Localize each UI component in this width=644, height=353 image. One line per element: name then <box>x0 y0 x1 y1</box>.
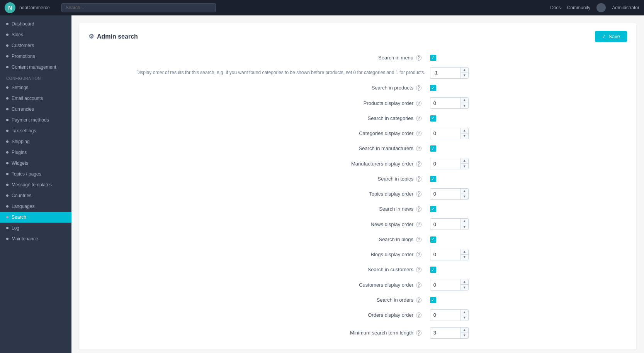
user-avatar[interactable] <box>596 3 606 12</box>
sidebar-item-promotions[interactable]: Promotions <box>0 51 71 62</box>
customers-display-order-help-icon[interactable]: ? <box>416 282 421 288</box>
global-search[interactable] <box>61 3 216 12</box>
field-row-menu-display-order: Display order of results for this search… <box>88 64 627 82</box>
search-in-categories-checkbox[interactable]: ✓ <box>430 115 436 122</box>
search-in-blogs-checkbox[interactable]: ✓ <box>430 236 436 243</box>
blogs-display-order-up[interactable]: ▲ <box>461 249 468 255</box>
sidebar-label-email: Email accounts <box>12 96 43 101</box>
global-search-input[interactable] <box>61 3 216 12</box>
search-in-customers-help-icon[interactable]: ? <box>416 267 421 272</box>
orders-display-order-down[interactable]: ▼ <box>461 315 468 321</box>
topics-display-order-input[interactable] <box>430 189 460 199</box>
menu-display-order-input[interactable] <box>430 68 460 78</box>
blogs-display-order-down[interactable]: ▼ <box>461 255 468 260</box>
customers-display-order-up[interactable]: ▲ <box>461 279 468 285</box>
products-display-order-help-icon[interactable]: ? <box>416 101 421 106</box>
sidebar-item-search[interactable]: Search <box>0 212 71 223</box>
save-button[interactable]: ✓ Save <box>595 31 627 42</box>
sidebar-item-payment[interactable]: Payment methods <box>0 115 71 125</box>
orders-display-order-up[interactable]: ▲ <box>461 310 468 315</box>
manufacturers-display-order-help-icon[interactable]: ? <box>416 161 421 167</box>
news-display-order-input[interactable] <box>430 220 460 229</box>
news-display-order-up[interactable]: ▲ <box>461 219 468 224</box>
sidebar-item-topics[interactable]: Topics / pages <box>0 169 71 179</box>
sidebar-item-content[interactable]: Content management <box>0 62 71 73</box>
search-in-news-help-icon[interactable]: ? <box>416 206 421 212</box>
sidebar-label-settings: Settings <box>12 85 28 90</box>
categories-display-order-down[interactable]: ▼ <box>461 133 468 139</box>
news-display-order-down[interactable]: ▼ <box>461 224 468 230</box>
search-in-products-help-icon[interactable]: ? <box>416 85 421 91</box>
customers-display-order-input[interactable] <box>430 280 460 290</box>
min-search-term-length-help-icon[interactable]: ? <box>416 330 421 336</box>
sidebar-item-messages[interactable]: Message templates <box>0 179 71 190</box>
sidebar-item-currencies[interactable]: Currencies <box>0 104 71 115</box>
manufacturers-display-order-up[interactable]: ▲ <box>461 158 468 164</box>
sidebar-item-customers[interactable]: Customers <box>0 40 71 51</box>
sidebar-item-widgets[interactable]: Widgets <box>0 158 71 169</box>
sidebar-item-shipping[interactable]: Shipping <box>0 136 71 147</box>
search-in-topics-help-icon[interactable]: ? <box>416 176 421 182</box>
products-display-order-down[interactable]: ▼ <box>461 103 468 108</box>
news-display-order-label: News display order ? <box>88 215 428 233</box>
sidebar-item-email[interactable]: Email accounts <box>0 93 71 104</box>
menu-display-order-up[interactable]: ▲ <box>461 68 468 73</box>
search-in-menu-help-icon[interactable]: ? <box>416 55 421 61</box>
min-search-term-length-down[interactable]: ▼ <box>461 333 468 338</box>
search-in-menu-checkbox[interactable]: ✓ <box>430 55 436 61</box>
sidebar-item-settings[interactable]: Settings <box>0 82 71 93</box>
manufacturers-display-order-input[interactable] <box>430 159 460 169</box>
categories-display-order-wrapper: ▲ ▼ <box>430 128 469 139</box>
min-search-term-length-up[interactable]: ▲ <box>461 328 468 333</box>
sidebar-dot <box>6 108 8 110</box>
search-in-orders-checkbox[interactable]: ✓ <box>430 297 436 303</box>
sidebar-item-maintenance[interactable]: Maintenance <box>0 233 71 244</box>
customers-display-order-down[interactable]: ▼ <box>461 285 468 290</box>
topics-display-order-up[interactable]: ▲ <box>461 189 468 194</box>
search-in-topics-checkbox[interactable]: ✓ <box>430 176 436 182</box>
sidebar-item-tax[interactable]: Tax settings <box>0 125 71 136</box>
sidebar-label-widgets: Widgets <box>12 160 28 166</box>
search-in-categories-help-icon[interactable]: ? <box>416 116 421 121</box>
field-row-manufacturers-display-order: Manufacturers display order ? ▲ ▼ <box>88 155 627 172</box>
search-in-manufacturers-checkbox[interactable]: ✓ <box>430 145 436 152</box>
orders-display-order-input[interactable] <box>430 310 460 320</box>
sidebar-item-log[interactable]: Log <box>0 223 71 233</box>
manufacturers-display-order-label: Manufacturers display order ? <box>88 155 428 172</box>
blogs-display-order-input-cell: ▲ ▼ <box>428 246 627 263</box>
search-in-manufacturers-help-icon[interactable]: ? <box>416 146 421 151</box>
min-search-term-length-input[interactable] <box>430 328 460 338</box>
categories-display-order-up[interactable]: ▲ <box>461 128 468 133</box>
menu-display-order-down[interactable]: ▼ <box>461 73 468 78</box>
blogs-display-order-help-icon[interactable]: ? <box>416 252 421 257</box>
blogs-display-order-input[interactable] <box>430 250 460 259</box>
news-display-order-help-icon[interactable]: ? <box>416 222 421 227</box>
search-in-blogs-input-cell: ✓ <box>428 233 627 246</box>
search-in-customers-input-cell: ✓ <box>428 263 627 276</box>
field-row-search-in-categories: Search in categories ? ✓ <box>88 112 627 125</box>
manufacturers-display-order-down[interactable]: ▼ <box>461 164 468 169</box>
products-display-order-input[interactable] <box>430 98 460 108</box>
search-in-topics-input-cell: ✓ <box>428 172 627 185</box>
search-in-products-checkbox[interactable]: ✓ <box>430 85 436 91</box>
search-in-blogs-help-icon[interactable]: ? <box>416 237 421 242</box>
categories-display-order-help-icon[interactable]: ? <box>416 131 421 136</box>
search-in-news-checkbox[interactable]: ✓ <box>430 206 436 212</box>
topics-display-order-help-icon[interactable]: ? <box>416 191 421 197</box>
sidebar-item-languages[interactable]: Languages <box>0 201 71 212</box>
sidebar-item-plugins[interactable]: Plugins <box>0 147 71 158</box>
sidebar-item-sales[interactable]: Sales <box>0 29 71 40</box>
categories-display-order-input[interactable] <box>430 128 460 138</box>
sidebar-label-topics: Topics / pages <box>12 171 41 177</box>
sidebar-item-dashboard[interactable]: Dashboard <box>0 19 71 29</box>
sidebar-item-countries[interactable]: Countries <box>0 190 71 201</box>
search-in-orders-help-icon[interactable]: ? <box>416 297 421 303</box>
products-display-order-up[interactable]: ▲ <box>461 98 468 103</box>
search-in-orders-input-cell: ✓ <box>428 294 627 306</box>
save-button-label: Save <box>608 34 620 39</box>
orders-display-order-help-icon[interactable]: ? <box>416 312 421 318</box>
topics-display-order-down[interactable]: ▼ <box>461 194 468 199</box>
search-in-customers-checkbox[interactable]: ✓ <box>430 267 436 273</box>
nav-docs[interactable]: Docs <box>550 5 561 10</box>
nav-community[interactable]: Community <box>567 5 591 10</box>
